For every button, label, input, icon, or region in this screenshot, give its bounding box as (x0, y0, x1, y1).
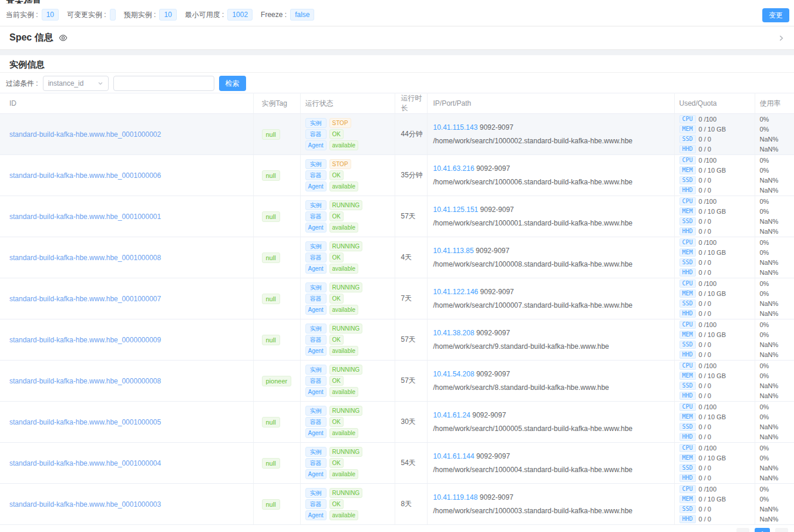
cpu-badge: CPU (679, 238, 696, 247)
path-text: /home/work/search/1000004.standard-build… (433, 466, 674, 474)
quota-value: 0 /100 (699, 280, 717, 287)
ip-link[interactable]: 10.41.115.143 (433, 123, 478, 132)
cpu-badge: CPU (679, 321, 696, 329)
quota-cell: CPU0 /100MEM0 / 10 GBSSD0 / 0HHD0 / 0 (674, 155, 755, 196)
table-row: standard-build-kafka-hbe.www.hbe_0000000… (0, 319, 794, 361)
instance-id-link[interactable]: standard-build-kafka-hbe.www.hbe_0000000… (9, 377, 161, 385)
usage-value: 0% (760, 484, 794, 494)
ip-link[interactable]: 10.41.54.208 (433, 370, 475, 378)
chevron-right-icon[interactable] (778, 35, 785, 42)
uptime-cell: 54天 (395, 443, 427, 484)
column-header-id: ID (0, 93, 253, 114)
ip-path-cell: 10.41.122.146 9092-9097 /home/work/searc… (427, 278, 674, 319)
table-row: standard-build-kafka-hbe.www.hbe_0001000… (0, 443, 794, 484)
usage-value: 0% (760, 412, 794, 422)
usage-cell: 0%0%NaN%NaN% (755, 237, 794, 278)
usage-value: NaN% (760, 350, 794, 360)
instance-id-link[interactable]: standard-build-kafka-hbe.www.hbe_0001000… (9, 130, 161, 139)
usage-cell: 0%0%NaN%NaN% (755, 319, 794, 361)
ip-link[interactable]: 10.41.61.24 (433, 411, 470, 419)
search-input[interactable] (113, 76, 214, 91)
ip-link[interactable]: 10.41.61.144 (433, 452, 475, 460)
uptime-cell: 30天 (395, 402, 427, 443)
path-text: /home/work/search/8.standard-build-kafka… (433, 383, 674, 392)
quota-value: 0 / 0 (699, 351, 711, 358)
container-state-badge: OK (329, 376, 344, 386)
usage-cell: 0%0%NaN%NaN% (755, 114, 794, 155)
field-value-badge-empty (110, 9, 116, 21)
ip-link[interactable]: 10.41.63.216 (433, 164, 475, 173)
ip-link[interactable]: 10.41.113.85 (433, 247, 474, 255)
instance-tag-badge: null (262, 294, 280, 304)
mem-badge: MEM (679, 248, 696, 257)
field-label: 可变更实例 : (67, 10, 106, 20)
instance-id-link[interactable]: standard-build-kafka-hbe.www.hbe_0001000… (9, 459, 161, 467)
port-range: 9092-9097 (480, 493, 513, 501)
pagination-prev-button[interactable]: ‹ (736, 528, 749, 532)
quota-value: 0 /100 (699, 486, 717, 493)
quota-value: 0 / 0 (699, 146, 711, 153)
ip-link[interactable]: 10.41.119.148 (433, 493, 478, 501)
eye-icon[interactable] (58, 33, 68, 43)
usage-value: NaN% (760, 432, 794, 442)
ip-link[interactable]: 10.41.122.146 (433, 288, 479, 296)
quota-value: 0 /100 (699, 403, 717, 410)
filter-type-select[interactable]: instance_id (43, 76, 109, 91)
instance-id-link[interactable]: standard-build-kafka-hbe.www.hbe_0001000… (9, 500, 161, 509)
port-range: 9092-9097 (480, 123, 513, 132)
search-button[interactable]: 检索 (219, 76, 246, 91)
agent-state-badge: available (329, 264, 358, 274)
ip-link[interactable]: 10.41.38.208 (433, 329, 475, 337)
usage-value: NaN% (760, 514, 794, 524)
instance-id-link[interactable]: standard-build-kafka-hbe.www.hbe_0001000… (9, 254, 161, 262)
instance-id-link[interactable]: standard-build-kafka-hbe.www.hbe_0001000… (9, 295, 161, 303)
container-key-badge: 容器 (305, 335, 327, 345)
ip-path-cell: 10.41.125.151 9092-9097 /home/work/searc… (427, 196, 674, 237)
usage-value: NaN% (760, 381, 794, 391)
usage-value: 0% (760, 402, 794, 412)
agent-key-badge: Agent (305, 510, 327, 520)
change-button[interactable]: 变更 (762, 8, 789, 22)
container-state-badge: OK (329, 335, 344, 345)
container-state-badge: OK (329, 417, 344, 427)
quota-value: 0 /100 (699, 445, 717, 452)
agent-key-badge: Agent (305, 223, 327, 233)
mem-badge: MEM (679, 454, 696, 462)
instance-tag-badge: null (262, 252, 280, 263)
instance-id-link[interactable]: standard-build-kafka-hbe.www.hbe_0001000… (9, 418, 161, 426)
status-cell: 实例RUNNING 容器OK Agentavailable (300, 443, 395, 484)
instance-id-link[interactable]: standard-build-kafka-hbe.www.hbe_0001000… (9, 213, 161, 221)
instance-id-link[interactable]: standard-build-kafka-hbe.www.hbe_0001000… (9, 171, 161, 180)
mem-badge: MEM (679, 413, 696, 421)
usage-value: 0% (760, 494, 794, 504)
field-value-badge: 10 (42, 9, 59, 21)
quota-value: 0 / 10 GB (699, 290, 726, 297)
mem-badge: MEM (679, 166, 696, 174)
pagination-page-1-button[interactable]: 1 (755, 528, 770, 532)
quota-cell: CPU0 /100MEM0 / 10 GBSSD0 / 0HHD0 / 0 (674, 114, 755, 155)
status-cell: 实例STOP 容器OK Agentavailable (300, 155, 395, 196)
instance-state-badge: RUNNING (329, 488, 363, 498)
cpu-badge: CPU (679, 485, 696, 493)
quota-value: 0 / 0 (699, 228, 711, 235)
status-cell: 实例STOP 容器OK Agentavailable (300, 114, 395, 155)
ip-link[interactable]: 10.41.125.151 (433, 206, 479, 214)
field-label: 当前实例 : (6, 10, 38, 20)
instance-key-badge: 实例 (305, 324, 327, 334)
quota-cell: CPU0 /100MEM0 / 10 GBSSD0 / 0HHD0 / 0 (674, 361, 755, 402)
ssd-badge: SSD (679, 299, 696, 308)
field-label: 最小可用度 : (185, 10, 224, 20)
usage-value: 0% (760, 156, 794, 166)
hhd-badge: HHD (679, 474, 696, 482)
instance-state-badge: RUNNING (329, 324, 363, 334)
container-state-badge: OK (329, 294, 344, 304)
quota-value: 0 / 10 GB (699, 372, 726, 379)
usage-value: 0% (760, 289, 794, 299)
quota-value: 0 / 0 (699, 474, 711, 482)
status-cell: 实例RUNNING 容器OK Agentavailable (300, 402, 395, 443)
spec-section-header[interactable]: Spec 信息 (0, 26, 794, 50)
instance-id-link[interactable]: standard-build-kafka-hbe.www.hbe_0000000… (9, 336, 161, 344)
usage-value: 0% (760, 320, 794, 330)
pagination-next-button[interactable]: › (775, 528, 788, 532)
hhd-badge: HHD (679, 227, 696, 235)
